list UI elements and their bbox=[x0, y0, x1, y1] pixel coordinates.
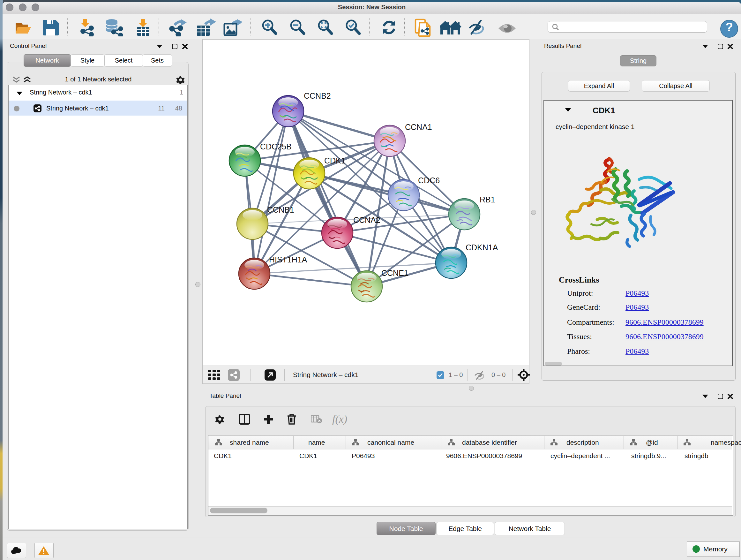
svg-text:CCNB2: CCNB2 bbox=[304, 91, 331, 100]
svg-text:CCNE1: CCNE1 bbox=[381, 268, 408, 277]
svg-text:CDC25B: CDC25B bbox=[260, 142, 292, 151]
svg-text:CCNA2: CCNA2 bbox=[353, 215, 381, 225]
svg-text:CCNA1: CCNA1 bbox=[405, 123, 432, 132]
svg-text:CDK1: CDK1 bbox=[324, 156, 346, 165]
svg-text:RB1: RB1 bbox=[480, 195, 495, 204]
svg-text:HIST1H1A: HIST1H1A bbox=[269, 255, 307, 264]
svg-text:CCNB1: CCNB1 bbox=[267, 205, 294, 214]
svg-text:CDKN1A: CDKN1A bbox=[466, 243, 498, 252]
svg-text:CDC6: CDC6 bbox=[418, 176, 440, 185]
